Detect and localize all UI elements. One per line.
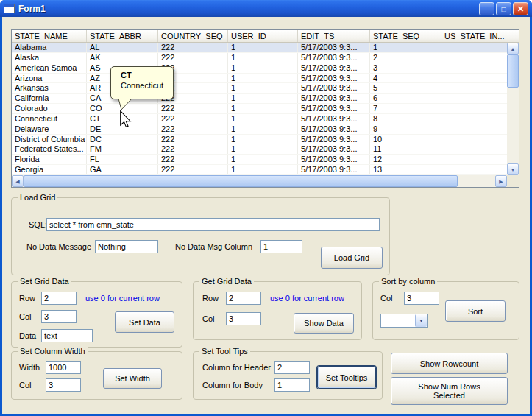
show-rowcount-button[interactable]: Show Rowcount (391, 353, 508, 374)
grid-cell[interactable] (441, 83, 507, 93)
grid-cell[interactable] (441, 114, 507, 124)
grid-cell[interactable]: 6 (370, 94, 441, 103)
grid-cell[interactable]: 222 (158, 43, 228, 52)
grid-cell[interactable]: 5/17/2003 9:3... (298, 114, 370, 124)
grid-column-header[interactable]: STATE_ABBR (87, 30, 158, 42)
grid-cell[interactable]: 222 (158, 144, 228, 154)
grid-row[interactable]: Federated States...FM22215/17/2003 9:3..… (12, 144, 507, 155)
grid-cell[interactable]: AK (87, 53, 158, 63)
combo-dropdown-icon[interactable]: ▼ (415, 314, 427, 327)
grid-cell[interactable]: 8 (370, 114, 441, 124)
grid-cell[interactable]: AL (87, 43, 158, 52)
set-data-input[interactable] (41, 329, 93, 342)
grid-cell[interactable]: 5 (370, 83, 441, 93)
grid-column-header[interactable]: STATE_SEQ (370, 30, 441, 42)
get-row-input[interactable] (226, 292, 261, 305)
grid-row[interactable]: American SamoaAS22215/17/2003 9:3...3 (12, 63, 507, 74)
grid-cell[interactable]: 9 (370, 124, 441, 134)
grid-row[interactable]: ColoradoCO22215/17/2003 9:3...7 (12, 104, 507, 114)
horizontal-scroll-thumb[interactable] (24, 175, 458, 187)
grid-column-header[interactable]: EDIT_TS (298, 30, 370, 42)
no-data-message-input[interactable] (95, 240, 158, 253)
grid-cell[interactable]: Alabama (12, 43, 87, 52)
grid-cell[interactable] (441, 124, 507, 134)
grid-cell[interactable]: 1 (228, 124, 298, 134)
grid-cell[interactable]: 2 (370, 53, 441, 63)
grid-cell[interactable]: Connecticut (12, 114, 87, 124)
scroll-down-icon[interactable]: ▼ (507, 163, 519, 175)
scroll-right-icon[interactable]: ▶ (495, 175, 507, 187)
grid-cell[interactable]: 1 (228, 63, 298, 73)
grid-cell[interactable] (441, 74, 507, 83)
grid-cell[interactable]: 12 (370, 155, 441, 164)
sort-col-input[interactable] (404, 292, 439, 305)
grid-cell[interactable]: GA (87, 165, 158, 174)
grid-row[interactable]: District of ColumbiaDC22215/17/2003 9:3.… (12, 135, 507, 145)
grid-cell[interactable]: 1 (228, 155, 298, 164)
grid-column-header[interactable]: STATE_NAME (12, 30, 87, 42)
grid-column-header[interactable]: US_STATE_IN... (441, 30, 519, 42)
show-num-rows-selected-button[interactable]: Show Num Rows Selected (391, 377, 508, 405)
grid-cell[interactable]: FL (87, 155, 158, 164)
width-col-input[interactable] (46, 378, 81, 392)
grid-cell[interactable]: 5/17/2003 9:3... (298, 43, 370, 52)
maximize-button[interactable]: □ (496, 2, 511, 15)
grid-cell[interactable]: 13 (370, 165, 441, 174)
sql-input[interactable] (46, 218, 380, 231)
grid-cell[interactable]: DC (87, 135, 158, 144)
grid-cell[interactable]: 11 (370, 144, 441, 154)
set-data-button[interactable]: Set Data (115, 311, 174, 333)
grid-cell[interactable]: 1 (228, 104, 298, 113)
grid-cell[interactable] (441, 144, 507, 154)
grid-cell[interactable]: American Samoa (12, 63, 87, 73)
grid-cell[interactable]: 222 (158, 124, 228, 134)
grid-cell[interactable]: Arkansas (12, 83, 87, 93)
grid-cell[interactable]: Federated States... (12, 144, 87, 154)
grid-cell[interactable]: 5/17/2003 9:3... (298, 124, 370, 134)
grid-cell[interactable]: 3 (370, 63, 441, 73)
grid-cell[interactable]: 1 (228, 165, 298, 174)
grid-cell[interactable]: 5/17/2003 9:3... (298, 165, 370, 174)
sort-button[interactable]: Sort (445, 300, 506, 322)
grid-cell[interactable]: 7 (370, 104, 441, 113)
sort-combobox[interactable]: ▼ (380, 314, 428, 328)
width-input[interactable] (46, 361, 81, 374)
grid-cell[interactable]: 10 (370, 135, 441, 144)
grid-cell[interactable]: 1 (370, 43, 441, 52)
grid-cell[interactable]: Delaware (12, 124, 87, 134)
grid-row[interactable]: FloridaFL22215/17/2003 9:3...12 (12, 155, 507, 165)
set-width-button[interactable]: Set Width (103, 368, 162, 389)
horizontal-scrollbar[interactable]: ◀ ▶ (12, 175, 507, 187)
grid-cell[interactable] (441, 104, 507, 113)
grid-row[interactable]: ConnecticutCT22215/17/2003 9:3...8 (12, 114, 507, 124)
grid-cell[interactable] (441, 135, 507, 144)
load-grid-button[interactable]: Load Grid (321, 247, 383, 269)
grid-cell[interactable]: 1 (228, 74, 298, 83)
grid-cell[interactable]: Alaska (12, 53, 87, 63)
grid-cell[interactable]: 5/17/2003 9:3... (298, 63, 370, 73)
grid-cell[interactable]: 1 (228, 53, 298, 63)
grid-cell[interactable]: 1 (228, 114, 298, 124)
no-data-msg-column-input[interactable] (260, 240, 302, 253)
grid-column-header[interactable]: COUNTRY_SEQ (158, 30, 228, 42)
grid-cell[interactable]: 1 (228, 94, 298, 103)
grid-cell[interactable]: 5/17/2003 9:3... (298, 144, 370, 154)
grid-cell[interactable]: 5/17/2003 9:3... (298, 155, 370, 164)
scroll-up-icon[interactable]: ▲ (507, 43, 519, 54)
grid-cell[interactable]: Florida (12, 155, 87, 164)
get-col-input[interactable] (226, 312, 261, 325)
grid-cell[interactable]: 222 (158, 114, 228, 124)
grid-cell[interactable]: 5/17/2003 9:3... (298, 104, 370, 113)
grid-cell[interactable]: 1 (228, 144, 298, 154)
vertical-scroll-thumb[interactable] (507, 54, 519, 88)
grid-cell[interactable]: Colorado (12, 104, 87, 113)
grid-cell[interactable]: 1 (228, 43, 298, 52)
grid-cell[interactable]: 5/17/2003 9:3... (298, 53, 370, 63)
grid-cell[interactable]: 1 (228, 135, 298, 144)
grid-cell[interactable]: 4 (370, 74, 441, 83)
set-col-input[interactable] (41, 310, 77, 323)
minimize-button[interactable]: _ (479, 2, 494, 15)
scroll-left-icon[interactable]: ◀ (12, 175, 24, 187)
column-for-header-input[interactable] (274, 361, 310, 374)
column-for-body-input[interactable] (274, 378, 310, 392)
